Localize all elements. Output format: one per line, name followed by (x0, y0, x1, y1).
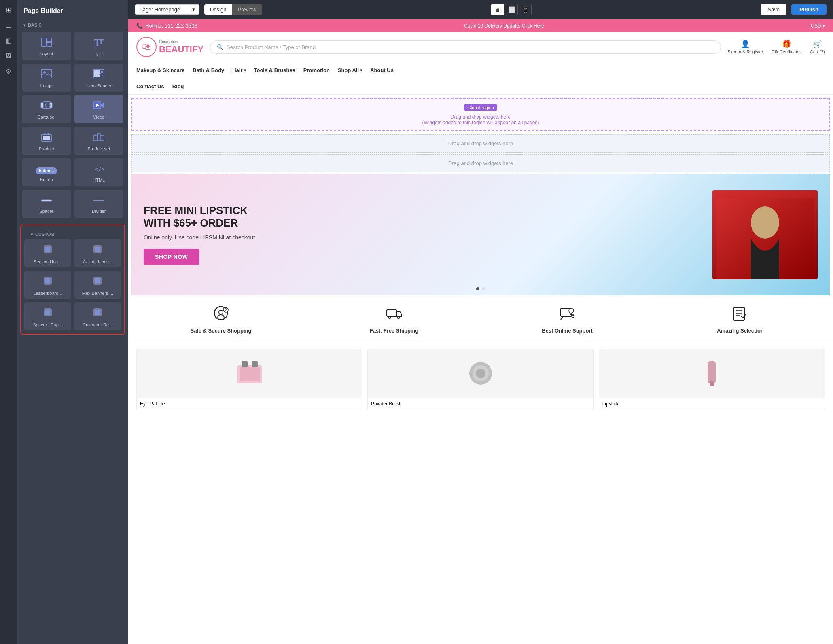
svg-rect-61 (708, 361, 716, 383)
svg-rect-29 (95, 247, 100, 252)
nav-item-hair[interactable]: Hair ▾ (232, 62, 246, 78)
basic-section-label[interactable]: BASIC (17, 19, 128, 30)
logo-bag-icon: 🛍 (136, 37, 157, 57)
nav-item-shopall[interactable]: Shop All ▾ (338, 62, 362, 78)
svg-rect-57 (252, 361, 258, 367)
publish-button[interactable]: Publish (791, 4, 827, 15)
nav-contact[interactable]: Contact Us (136, 78, 164, 94)
widget-product[interactable]: Product (22, 127, 71, 155)
product-card-1[interactable]: Eye Palette (136, 349, 362, 410)
widget-callout-icons[interactable]: Callout Icons... (74, 239, 121, 267)
page-selector[interactable]: Page: Homepage ▾ (135, 4, 199, 15)
save-button[interactable]: Save (761, 4, 786, 15)
store-preview: 📞 Hotline: 111-222-3333 Covid 19 Deliver… (128, 19, 833, 644)
nav-media-icon[interactable]: 🖼 (2, 49, 15, 62)
product-img-2 (368, 349, 593, 398)
widget-section-heading-label: Section Hea... (34, 259, 61, 264)
svg-text:</>: </> (95, 166, 104, 172)
selection-icon (732, 305, 748, 324)
widget-spacer[interactable]: Spacer (22, 190, 71, 218)
support-icon (559, 305, 575, 324)
widget-carousel[interactable]: ❮❯ Carousel (22, 95, 71, 123)
nav-layers-icon[interactable]: ◧ (2, 34, 15, 47)
topbar-hotline: 📞 Hotline: 111-222-3333 (136, 23, 197, 29)
store-search[interactable]: 🔍 Search Product Name / Type or Brand (210, 40, 721, 54)
product-card-2[interactable]: Powder Brush (367, 349, 593, 410)
product-img-3 (599, 349, 825, 398)
widget-button[interactable]: button › Button (22, 158, 71, 186)
widget-hero-banner[interactable]: Hero Banner (74, 64, 124, 92)
topbar-currency[interactable]: USD ▾ (811, 23, 825, 29)
svg-rect-24 (41, 200, 52, 201)
nav-blog[interactable]: Blog (172, 78, 184, 94)
shopall-chevron: ▾ (360, 68, 362, 72)
widget-customer-re[interactable]: Customer Re... (74, 302, 121, 330)
custom-widget-grid: Section Hea... Callout Icons... Leaderbo… (24, 239, 121, 330)
cart-label: Cart (2) (810, 49, 825, 54)
widget-video[interactable]: Video (74, 95, 124, 123)
html-icon: </> (93, 164, 104, 175)
mobile-view-btn[interactable]: 📱 (519, 4, 532, 15)
widget-leaderboard-label: Leaderboard... (33, 291, 62, 296)
product-card-3[interactable]: Lipstick (599, 349, 825, 410)
widget-layout[interactable]: Layout (22, 32, 71, 60)
widget-divider[interactable]: Divider (74, 190, 124, 218)
widget-text-label: Text (95, 52, 103, 57)
widget-html[interactable]: </> HTML (74, 158, 124, 186)
gift-action[interactable]: 🎁 Gift Certificates (772, 40, 802, 54)
custom-section: CUSTOM Section Hea... Callout Icons... L… (20, 225, 125, 335)
layout-icon (41, 38, 52, 49)
gift-icon: 🎁 (782, 40, 791, 49)
tablet-view-btn[interactable]: ⬜ (505, 4, 518, 15)
design-btn[interactable]: Design (204, 4, 232, 15)
topbar-announcement[interactable]: Covid 19 Delivery Update: Click Here (464, 23, 544, 29)
hero-dot-2[interactable] (482, 287, 485, 290)
desktop-view-btn[interactable]: 🖥 (491, 4, 504, 15)
global-region-label: Global region (464, 104, 497, 111)
svg-rect-19 (43, 136, 50, 140)
nav-item-makeup[interactable]: Makeup & Skincare (136, 62, 184, 78)
preview-btn[interactable]: Preview (232, 4, 262, 15)
widget-leaderboard[interactable]: Leaderboard... (24, 271, 71, 299)
hero-dot-1[interactable] (476, 287, 479, 290)
nav-home-icon[interactable]: ⊞ (2, 3, 15, 16)
store-nav2: Contact Us Blog (128, 78, 833, 95)
sidebar-title: Page Builder (17, 0, 128, 19)
global-region-note: (Widgets added to this region will appea… (137, 120, 824, 125)
nav-item-promotion[interactable]: Promotion (303, 62, 330, 78)
widget-text[interactable]: TT Text (74, 32, 124, 60)
widget-section-heading[interactable]: Section Hea... (24, 239, 71, 267)
video-icon (93, 101, 104, 112)
hero-cta-button[interactable]: SHOP NOW (144, 249, 199, 265)
nav-item-bath[interactable]: Bath & Body (193, 62, 224, 78)
widget-divider-label: Divider (92, 209, 106, 214)
nav-settings-icon[interactable]: ⚙ (2, 65, 15, 78)
divider-icon (93, 196, 104, 206)
nav-item-about[interactable]: About Us (370, 62, 394, 78)
hero-subtitle: Online only. Use code LIPSMINI at checko… (144, 234, 712, 241)
signin-action[interactable]: 👤 Sign In & Register (727, 40, 763, 54)
widget-image[interactable]: Image (22, 64, 71, 92)
cart-action[interactable]: 🛒 Cart (2) (810, 40, 825, 54)
svg-marker-16 (101, 102, 104, 108)
hero-model-image (712, 190, 818, 279)
widget-product-set[interactable]: Product set (74, 127, 124, 155)
nav-item-tools[interactable]: Tools & Brushes (254, 62, 295, 78)
hero-title: FREE MINI LIPSTICK WITH $65+ ORDER (144, 204, 265, 229)
svg-point-9 (101, 71, 103, 73)
customer-re-icon (92, 307, 103, 320)
nav-pages-icon[interactable]: ☰ (2, 19, 15, 32)
store-nav: Makeup & Skincare Bath & Body Hair ▾ Too… (128, 62, 833, 78)
section-heading-icon (42, 244, 53, 257)
widget-image-label: Image (40, 83, 53, 88)
top-bar: Page: Homepage ▾ Design Preview 🖥 ⬜ 📱 Sa… (128, 0, 833, 19)
widget-spacer-label: Spacer (39, 209, 53, 214)
svg-text:T: T (99, 38, 104, 46)
widget-spacer-page[interactable]: Spacer | Pap... (24, 302, 71, 330)
sidebar: Page Builder BASIC Layout TT Text Image (17, 0, 128, 644)
drop-zone-2: Drag and drop widgets here (131, 154, 830, 172)
store-logo[interactable]: 🛍 Cosmetics BEAUTIFY (136, 37, 203, 57)
widget-flex-banners[interactable]: Flex Banners ... (74, 271, 121, 299)
feature-support: Best Online Support (483, 305, 652, 334)
custom-section-label[interactable]: CUSTOM (24, 229, 121, 239)
